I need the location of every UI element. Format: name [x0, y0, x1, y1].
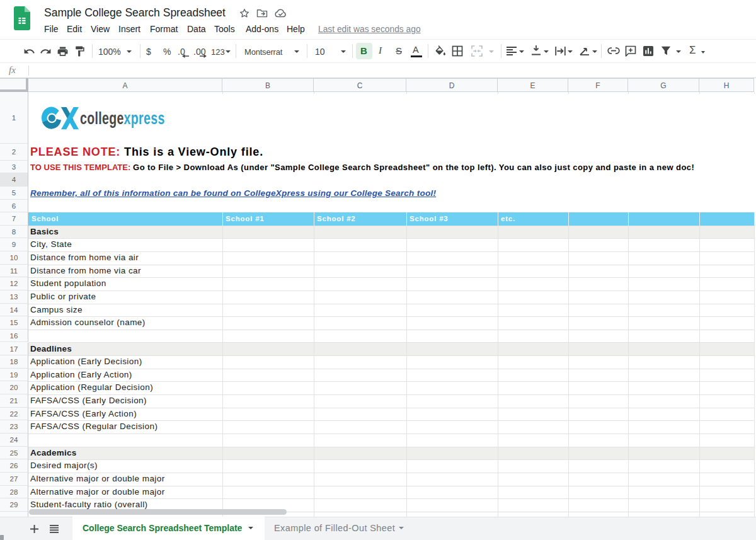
svg-text:collegexpress: collegexpress [80, 108, 165, 128]
